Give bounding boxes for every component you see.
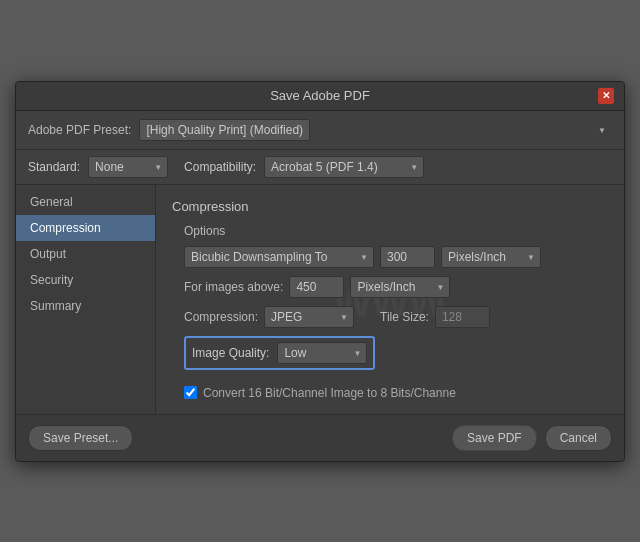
close-button[interactable]: ✕ — [598, 88, 614, 104]
preset-select[interactable]: [High Quality Print] (Modified) — [139, 119, 310, 141]
compression-type-label: Compression: — [184, 310, 258, 324]
standard-compat-row: Standard: None PDF/X-1a PDF/X-3 PDF/X-4 … — [16, 150, 624, 185]
title-bar: Save Adobe PDF ✕ — [16, 82, 624, 111]
images-above-unit-select[interactable]: Pixels/Inch Pixels/cm — [350, 276, 450, 298]
sidebar-item-summary[interactable]: Summary — [16, 293, 155, 319]
content-area: www Compression Options Off Average Down… — [156, 185, 624, 414]
standard-select-wrapper: None PDF/X-1a PDF/X-3 PDF/X-4 — [88, 156, 168, 178]
sidebar-item-output[interactable]: Output — [16, 241, 155, 267]
footer-right: Save PDF Cancel — [452, 425, 612, 451]
footer: Save Preset... Save PDF Cancel — [16, 414, 624, 461]
downsampling-method-wrapper: Off Average Downsampling To Subsampling … — [184, 246, 374, 268]
sidebar-item-security[interactable]: Security — [16, 267, 155, 293]
image-quality-wrapper: Minimum Low Medium High Maximum — [277, 342, 367, 364]
images-above-value-input[interactable] — [289, 276, 344, 298]
options-title: Options — [184, 224, 608, 238]
downsampling-row: Off Average Downsampling To Subsampling … — [184, 246, 608, 268]
compression-type-row: Compression: None JPEG JPEG 2000 ZIP Til… — [184, 306, 608, 328]
cancel-button[interactable]: Cancel — [545, 425, 612, 451]
images-above-row: For images above: Pixels/Inch Pixels/cm — [184, 276, 608, 298]
convert-checkbox[interactable] — [184, 386, 197, 399]
sidebar-item-general[interactable]: General — [16, 189, 155, 215]
images-above-label: For images above: — [184, 280, 283, 294]
convert-checkbox-row: Convert 16 Bit/Channel Image to 8 Bits/C… — [184, 386, 608, 400]
convert-label: Convert 16 Bit/Channel Image to 8 Bits/C… — [203, 386, 456, 400]
compression-type-select[interactable]: None JPEG JPEG 2000 ZIP — [264, 306, 354, 328]
compatibility-label: Compatibility: — [184, 160, 256, 174]
image-quality-container: Image Quality: Minimum Low Medium High M… — [184, 336, 608, 378]
downsampling-unit-select[interactable]: Pixels/Inch Pixels/cm — [441, 246, 541, 268]
downsampling-unit-wrapper: Pixels/Inch Pixels/cm — [441, 246, 541, 268]
standard-select[interactable]: None PDF/X-1a PDF/X-3 PDF/X-4 — [88, 156, 168, 178]
preset-row: Adobe PDF Preset: [High Quality Print] (… — [16, 111, 624, 150]
image-quality-row: Image Quality: Minimum Low Medium High M… — [184, 336, 375, 370]
sidebar-item-compression[interactable]: Compression — [16, 215, 155, 241]
tile-size-input — [435, 306, 490, 328]
downsampling-method-select[interactable]: Off Average Downsampling To Subsampling … — [184, 246, 374, 268]
save-preset-button[interactable]: Save Preset... — [28, 425, 133, 451]
tile-size-label: Tile Size: — [380, 310, 429, 324]
preset-label: Adobe PDF Preset: — [28, 123, 131, 137]
compression-type-wrapper: None JPEG JPEG 2000 ZIP — [264, 306, 354, 328]
compatibility-select-wrapper: Acrobat 4 (PDF 1.3) Acrobat 5 (PDF 1.4) … — [264, 156, 424, 178]
dialog-title: Save Adobe PDF — [42, 88, 598, 103]
compatibility-group: Compatibility: Acrobat 4 (PDF 1.3) Acrob… — [184, 156, 424, 178]
standard-group: Standard: None PDF/X-1a PDF/X-3 PDF/X-4 — [28, 156, 168, 178]
images-above-unit-wrapper: Pixels/Inch Pixels/cm — [350, 276, 450, 298]
compatibility-select[interactable]: Acrobat 4 (PDF 1.3) Acrobat 5 (PDF 1.4) … — [264, 156, 424, 178]
preset-wrapper: [High Quality Print] (Modified) — [139, 119, 612, 141]
save-pdf-button[interactable]: Save PDF — [452, 425, 537, 451]
sidebar: General Compression Output Security Summ… — [16, 185, 156, 414]
main-area: General Compression Output Security Summ… — [16, 185, 624, 414]
standard-label: Standard: — [28, 160, 80, 174]
section-title: Compression — [172, 199, 608, 214]
image-quality-select[interactable]: Minimum Low Medium High Maximum — [277, 342, 367, 364]
save-pdf-dialog: Save Adobe PDF ✕ Adobe PDF Preset: [High… — [15, 81, 625, 462]
downsampling-value-input[interactable] — [380, 246, 435, 268]
image-quality-label: Image Quality: — [192, 346, 269, 360]
